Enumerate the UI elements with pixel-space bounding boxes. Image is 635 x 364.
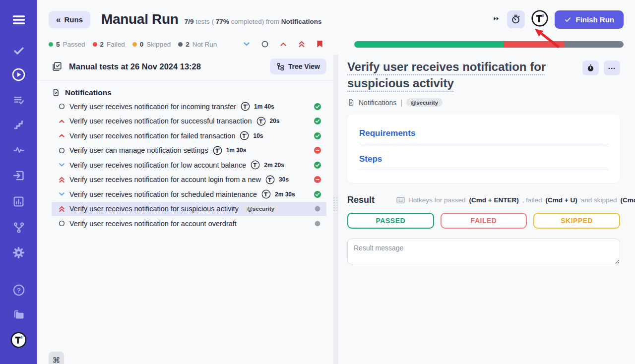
suite-name: Notifications [65, 88, 112, 97]
failed-button[interactable]: FAILED [441, 213, 527, 229]
test-logo-icon [251, 160, 260, 170]
suite-folder-row[interactable]: Notifications [52, 88, 326, 97]
test-row[interactable]: Verify user receives notification for ac… [52, 173, 326, 187]
test-duration: 20s [270, 118, 280, 124]
passed-button[interactable]: PASSED [347, 213, 434, 229]
tree-view-label: Tree View [288, 62, 320, 70]
back-to-runs-button[interactable]: « Runs [49, 11, 90, 28]
branch-icon[interactable] [12, 221, 25, 234]
steps-icon[interactable] [12, 119, 25, 131]
timer-button[interactable] [507, 10, 525, 28]
test-row[interactable]: Verify user receives notification for su… [52, 114, 326, 129]
check-icon[interactable] [12, 45, 25, 57]
panel-resize-handle[interactable] [333, 55, 338, 364]
priority-icon [58, 205, 65, 213]
double-chevron-up-filter-icon[interactable] [298, 40, 306, 48]
tree-view-button[interactable]: Tree View [270, 59, 326, 74]
test-duration: 2m 20s [264, 162, 284, 169]
list-check-icon[interactable] [12, 94, 25, 106]
test-row[interactable]: Verify user receives notification for ac… [52, 216, 326, 231]
test-duration: 1m 30s [226, 147, 247, 154]
test-title: Verify user receives notification for su… [69, 205, 239, 213]
steps-section-toggle[interactable]: Steps [359, 154, 608, 170]
detail-suite-name[interactable]: Notifications [359, 99, 396, 107]
result-heading: Result [347, 195, 375, 205]
priority-filter-icons [243, 40, 323, 49]
notrun-dot-icon [178, 42, 183, 47]
svg-text:?: ? [16, 287, 20, 294]
test-row[interactable]: Verify user receives notification for sc… [52, 187, 326, 202]
bar-chart-icon[interactable] [12, 195, 25, 208]
settings-icon[interactable] [12, 246, 25, 259]
folder-icon[interactable] [12, 308, 25, 321]
status-bar: 5Passed 2Failed 0Skipped 2Not Run [37, 40, 635, 49]
test-row[interactable]: Verify user receives notification for fa… [52, 128, 326, 143]
test-title: Verify user receives notification for ac… [69, 220, 237, 228]
app-sidebar: ? [0, 0, 37, 364]
checked-list-icon [52, 61, 63, 72]
priority-icon [58, 118, 65, 125]
failed-count: 2Failed [93, 41, 125, 48]
test-logo-icon [241, 102, 250, 111]
progress-passed-segment [354, 41, 504, 48]
detail-timer-button[interactable] [582, 61, 599, 75]
test-logo-icon [265, 175, 275, 184]
stopwatch-icon [510, 14, 521, 25]
notrun-count: 2Not Run [178, 41, 217, 48]
run-list-title: Manual tests at 26 Nov 2024 13:28 [69, 62, 201, 71]
result-status-icon [310, 205, 321, 213]
test-row-selected[interactable]: Verify user receives notification for su… [52, 202, 326, 217]
test-title: Verify user receives notification for in… [69, 103, 236, 111]
chevron-down-filter-icon[interactable] [243, 40, 251, 48]
skipped-count: 0Skipped [132, 41, 171, 48]
back-button-label: Runs [64, 15, 83, 24]
result-counts: 5Passed 2Failed 0Skipped 2Not Run [49, 41, 217, 48]
double-chevron-left-icon: « [56, 15, 61, 24]
help-icon[interactable]: ? [12, 284, 25, 297]
test-detail-title[interactable]: Verify user receives notification for su… [347, 59, 576, 91]
finish-run-label: Finish Run [576, 15, 615, 24]
chevron-up-filter-icon[interactable] [279, 40, 287, 48]
logo-icon[interactable] [10, 332, 27, 348]
result-status-icon [310, 117, 321, 125]
test-duration: 10s [253, 132, 263, 139]
test-tag: @security [243, 205, 279, 213]
test-row[interactable]: Verify user receives notification for in… [52, 99, 326, 114]
progress-notrun-segment [564, 41, 624, 48]
page-header: « Runs Manual Run 7/9 tests ( 77% comple… [37, 0, 635, 29]
test-detail-panel: Verify user receives notification for su… [338, 55, 635, 364]
detail-more-button[interactable]: ... [604, 61, 620, 75]
play-circle-icon[interactable] [11, 67, 26, 82]
requirements-section-toggle[interactable]: Requirements [359, 128, 608, 144]
priority-icon [58, 147, 65, 154]
test-title: Verify user receives notification for fa… [69, 132, 235, 140]
activity-icon[interactable] [12, 144, 25, 156]
test-list-panel: Manual tests at 26 Nov 2024 13:28 Tree V… [37, 55, 333, 364]
app-logo-icon[interactable] [531, 10, 548, 29]
test-row[interactable]: Verify user can manage notification sett… [52, 143, 326, 158]
tree-view-icon [276, 62, 284, 70]
import-icon[interactable] [12, 169, 25, 182]
menu-icon[interactable] [11, 13, 26, 27]
main-area: « Runs Manual Run 7/9 tests ( 77% comple… [37, 0, 635, 364]
circle-filter-icon[interactable] [261, 40, 269, 48]
passed-dot-icon [49, 42, 53, 47]
grip-dots-icon [334, 197, 338, 211]
run-list-header: Manual tests at 26 Nov 2024 13:28 Tree V… [37, 55, 333, 81]
file-check-icon [52, 88, 60, 97]
skipped-button[interactable]: SKIPPED [533, 213, 620, 229]
bookmark-filter-icon[interactable] [316, 40, 323, 49]
result-status-icon [310, 132, 321, 140]
run-progress-bar [354, 41, 624, 48]
test-row[interactable]: Verify user receives notification for lo… [52, 158, 326, 173]
test-logo-icon [261, 189, 271, 199]
finish-run-button[interactable]: Finish Run [555, 10, 624, 29]
result-message-input[interactable] [347, 239, 620, 264]
command-hotkey-button[interactable]: ⌘ [49, 352, 64, 364]
detail-tag[interactable]: @security [406, 98, 443, 107]
fast-forward-icon[interactable] [492, 15, 501, 24]
failed-dot-icon [93, 42, 97, 47]
page-title: Manual Run [101, 11, 179, 27]
test-duration: 2m 30s [275, 191, 295, 198]
test-logo-icon [213, 146, 222, 155]
